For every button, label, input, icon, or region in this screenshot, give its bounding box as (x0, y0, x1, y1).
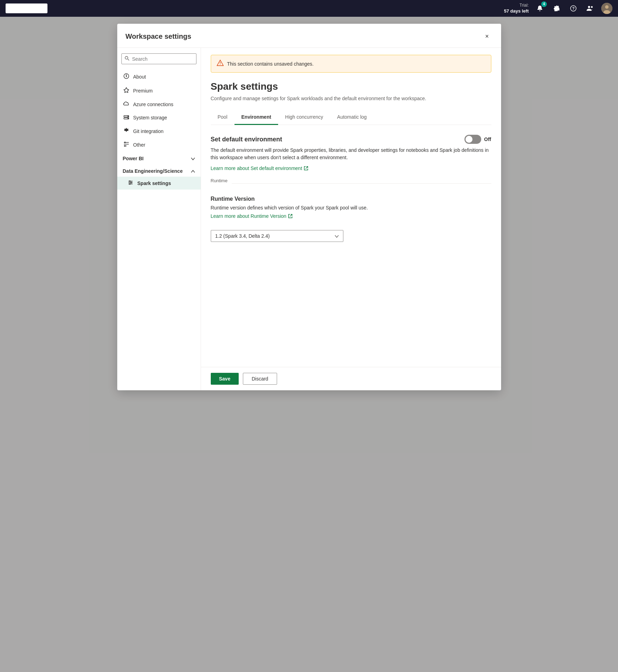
svg-point-2 (588, 6, 590, 8)
svg-point-3 (591, 6, 593, 8)
topbar-right: Trial: 57 days left 4 ? (504, 2, 612, 15)
notification-bell[interactable]: 4 (534, 3, 545, 14)
logo[interactable] (6, 3, 47, 13)
trial-days: 57 days left (504, 8, 529, 14)
trial-label: Trial: (504, 2, 529, 8)
people-icon[interactable] (585, 3, 596, 14)
topbar: Trial: 57 days left 4 ? (0, 0, 618, 17)
notification-count: 4 (541, 1, 547, 7)
trial-info: Trial: 57 days left (504, 2, 529, 15)
settings-icon[interactable] (551, 3, 562, 14)
help-icon[interactable]: ? (568, 3, 579, 14)
svg-text:?: ? (572, 6, 575, 10)
user-avatar[interactable] (601, 3, 612, 14)
svg-point-5 (605, 5, 609, 9)
